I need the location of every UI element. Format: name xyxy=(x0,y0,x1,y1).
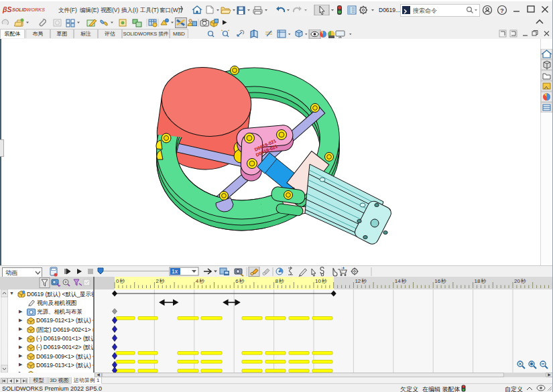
svg-text:0秒: 0秒 xyxy=(116,278,125,284)
svg-text:?: ? xyxy=(500,7,504,14)
svg-text:4秒: 4秒 xyxy=(196,278,204,284)
svg-text:10秒: 10秒 xyxy=(315,278,327,284)
svg-text:8秒: 8秒 xyxy=(275,278,284,284)
svg-text:18秒: 18秒 xyxy=(475,278,487,284)
svg-text:6秒: 6秒 xyxy=(235,278,244,284)
svg-text:20秒: 20秒 xyxy=(514,278,526,284)
svg-text:16秒: 16秒 xyxy=(434,278,446,284)
svg-text:1x: 1x xyxy=(172,268,178,275)
svg-text:SOLIDWORKS: SOLIDWORKS xyxy=(12,7,46,13)
svg-text:βS: βS xyxy=(2,5,12,13)
svg-text:D0619....: D0619.... xyxy=(379,7,402,13)
svg-text:2秒: 2秒 xyxy=(156,278,164,284)
svg-text:12秒: 12秒 xyxy=(355,278,367,284)
svg-text:14秒: 14秒 xyxy=(395,278,407,284)
